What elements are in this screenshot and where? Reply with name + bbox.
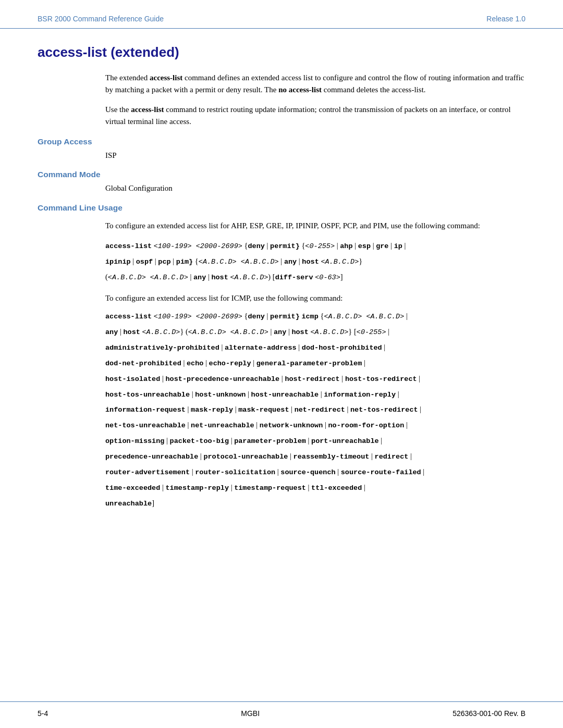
page-title: access-list (extended) (38, 44, 525, 60)
cmd1-block: access-list <100-199> <2000-2699> {deny … (105, 239, 525, 284)
cmd2-line11: router-advertisement | router-solicitati… (105, 465, 525, 479)
cmd2-line12: time-exceeded | timestamp-reply | timest… (105, 481, 525, 495)
cmd1-line3: (<A.B.C.D> <A.B.C.D> | any | host <A.B.C… (105, 270, 525, 284)
cmd2-line3: administratively-prohibited | alternate-… (105, 341, 525, 354)
footer-page-number: 5-4 (38, 709, 48, 718)
command-line-usage-heading: Command Line Usage (38, 203, 525, 213)
page-container: BSR 2000 Command Reference Guide Release… (0, 0, 563, 728)
command-line-usage-block: To configure an extended access list for… (105, 220, 525, 511)
group-access-content: ISP (105, 150, 525, 162)
cmd2-line1: access-list <100-199> <2000-2699> {deny … (105, 310, 525, 323)
footer-company: MGBI (241, 709, 260, 718)
cmd-intro-1: To configure an extended access list for… (105, 220, 525, 232)
header-release: Release 1.0 (486, 15, 525, 23)
cmd2-line2: any | host <A.B.C.D>} (<A.B.C.D> <A.B.C.… (105, 325, 525, 339)
footer-doc-number: 526363-001-00 Rev. B (452, 709, 525, 718)
cmd1-line2: ipinip | ospf | pcp | pim} {<A.B.C.D> <A… (105, 255, 525, 268)
cmd2-line6: host-tos-unreachable | host-unknown | ho… (105, 388, 525, 401)
command-mode-content: Global Configuration (105, 182, 525, 194)
intro-section: The extended access-list command defines… (105, 72, 525, 128)
header-title: BSR 2000 Command Reference Guide (38, 15, 164, 23)
intro-para-1: The extended access-list command defines… (105, 72, 525, 96)
cmd2-line9: option-missing | packet-too-big | parame… (105, 434, 525, 448)
cmd2-line7: information-request | mask-reply | mask-… (105, 403, 525, 416)
cmd2-line13: unreachable] (105, 497, 525, 510)
group-access-heading: Group Access (38, 137, 525, 146)
main-content: access-list (extended) The extended acce… (0, 29, 563, 701)
page-footer: 5-4 MGBI 526363-001-00 Rev. B (0, 701, 563, 728)
cmd2-line4: dod-net-prohibited | echo | echo-reply |… (105, 356, 525, 370)
cmd2-line10: precedence-unreachable | protocol-unreac… (105, 450, 525, 463)
cmd2-block: access-list <100-199> <2000-2699> {deny … (105, 310, 525, 510)
intro-para-2: Use the access-list command to restrict … (105, 104, 525, 128)
cmd2-line5: host-isolated | host-precedence-unreacha… (105, 372, 525, 386)
cmd-intro-2: To configure an extended access list for… (105, 292, 525, 304)
cmd2-line8: net-tos-unreachable | net-unreachable | … (105, 418, 525, 432)
command-mode-heading: Command Mode (38, 170, 525, 179)
page-header: BSR 2000 Command Reference Guide Release… (0, 0, 563, 29)
cmd1-line1: access-list <100-199> <2000-2699> {deny … (105, 239, 525, 253)
